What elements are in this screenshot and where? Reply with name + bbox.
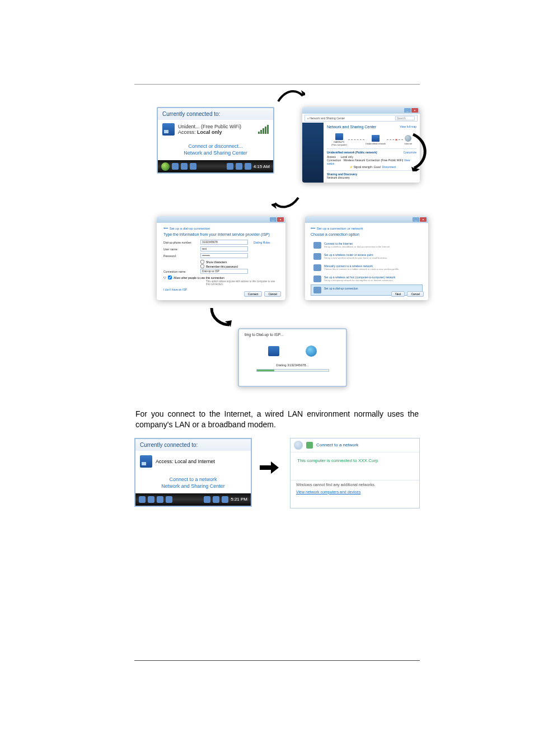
tray-icon[interactable]: [213, 496, 219, 503]
option-connect-internet[interactable]: Connect to the InternetSet up a wireless…: [311, 240, 423, 251]
wizard-back-title: ⟵ Set up a dial-up connection: [163, 226, 279, 230]
arrow-right: [259, 460, 279, 475]
link-network-sharing-center[interactable]: Network and Sharing Center: [162, 150, 269, 156]
phone-icon: [313, 287, 321, 293]
taskbar: 5:21 PM: [135, 493, 251, 506]
dialing-status: Dialing 3132345678...: [239, 363, 346, 367]
wizard-heading: Choose a connection option: [311, 232, 423, 236]
taskbar-icon[interactable]: [157, 496, 163, 503]
link-dialing-rules[interactable]: Dialing Rules: [254, 241, 270, 244]
link-view-devices[interactable]: View network computers and devices: [291, 489, 419, 495]
window-title: Connect to a network: [316, 442, 359, 447]
connection-name-input[interactable]: Dial-up to ISP: [200, 269, 248, 274]
link-connect-network[interactable]: Connect to a network: [139, 477, 247, 482]
popup-currently-connected-2: Currently connected to: Access: Local an…: [134, 438, 252, 507]
dialog-title: ting to Dial-up to ISP...: [239, 329, 346, 343]
window-controls: _ ×: [404, 108, 418, 113]
password-input[interactable]: ••••••••: [200, 253, 248, 258]
wizard-heading: Type the information from your Internet …: [163, 232, 279, 236]
wireless-icon: [313, 264, 321, 271]
close-button[interactable]: ×: [411, 108, 418, 113]
no-networks-note: Windows cannot find any additional netwo…: [291, 480, 419, 489]
close-button[interactable]: ×: [420, 217, 427, 222]
arrow-down-right: [207, 306, 235, 328]
link-connect-disconnect[interactable]: Connect or disconnect...: [162, 143, 269, 149]
username-input[interactable]: test: [200, 246, 248, 251]
back-button-icon[interactable]: [294, 441, 303, 450]
remember-password-checkbox[interactable]: [200, 264, 204, 268]
link-network-sharing-center[interactable]: Network and Sharing Center: [139, 483, 247, 489]
adhoc-icon: [313, 276, 321, 282]
taskbar-icon[interactable]: [166, 496, 172, 503]
option-adhoc[interactable]: Set up a wireless ad hoc (computer-to-co…: [311, 273, 423, 284]
taskbar-icon[interactable]: [172, 163, 179, 170]
figure-wired-lan: Currently connected to: Access: Local an…: [134, 437, 420, 510]
minimize-button[interactable]: _: [270, 217, 277, 222]
window-titlebar: [305, 216, 428, 223]
connected-message: This computer is connected to XXX.Corp: [291, 452, 419, 469]
tray-icon[interactable]: [227, 163, 233, 170]
taskbar-icon[interactable]: [190, 163, 196, 170]
cancel-button[interactable]: Cancel: [264, 291, 281, 297]
link-disconnect[interactable]: Disconnect: [382, 165, 396, 169]
popup-heading: Currently connected to:: [158, 108, 273, 120]
taskbar-icon[interactable]: [148, 496, 154, 503]
body-paragraph: For you connect to the Internet, a wired…: [134, 409, 420, 430]
taskbar: 4:15 AM: [158, 160, 273, 172]
tray-icon[interactable]: [204, 496, 210, 503]
address-bar[interactable]: « Network and Sharing Center Search: [305, 115, 418, 122]
window-titlebar: [302, 107, 420, 114]
taskbar-clock: 5:21 PM: [231, 497, 247, 502]
window-choose-connection-option: _× ⟵ Set up a connection or network Choo…: [305, 216, 428, 300]
x-mark-icon: ×: [395, 138, 397, 142]
window-connect-to-network: Connect to a network This computer is co…: [290, 438, 420, 508]
page-footer-rule: [134, 660, 420, 661]
window-titlebar: [157, 216, 285, 223]
router-icon: [313, 253, 321, 260]
taskbar-clock: 4:15 AM: [254, 164, 270, 169]
computer-icon: [268, 346, 279, 356]
window-network-sharing-center: _ × « Network and Sharing Center Search …: [302, 107, 420, 183]
option-manual-wireless[interactable]: Manually connect to a wireless networkCh…: [311, 262, 423, 273]
cancel-button[interactable]: Cancel: [407, 291, 424, 297]
popup-currently-connected: Currently connected to: Unident... (Free…: [157, 107, 274, 174]
signal-bars-icon: [258, 125, 269, 134]
tray-icon[interactable]: [236, 163, 242, 170]
network-icon: [140, 455, 152, 468]
arrow-down-curve: [410, 132, 430, 171]
show-chars-checkbox[interactable]: [200, 260, 204, 264]
popup-heading: Currently connected to:: [135, 439, 251, 451]
minimize-button[interactable]: _: [413, 217, 419, 222]
option-setup-router[interactable]: Set up a wireless router or access point…: [311, 251, 423, 262]
network-name: Unident... (Free Public WiFi): [178, 124, 241, 129]
start-orb-icon[interactable]: [161, 162, 170, 171]
tray-icon[interactable]: [245, 163, 251, 170]
next-button[interactable]: Next: [391, 291, 405, 297]
connect-button[interactable]: Connect: [244, 291, 263, 297]
sidebar: [302, 123, 324, 183]
network-icon: [372, 135, 380, 142]
dialog-dialing: ting to Dial-up to ISP... Dialing 313234…: [238, 328, 347, 387]
search-input[interactable]: Search: [395, 116, 415, 120]
taskbar-icon[interactable]: [139, 496, 146, 503]
minimize-button[interactable]: _: [404, 108, 411, 113]
wizard-back-title: ⟵ Set up a connection or network: [311, 226, 423, 230]
arrow-right-curve: [277, 88, 305, 105]
network-icon: [306, 442, 313, 449]
access-line: Access: Local and Internet: [156, 459, 215, 464]
globe-icon: [313, 242, 321, 249]
arrow-left-curve: [271, 194, 299, 211]
network-icon: [162, 123, 175, 136]
phone-input[interactable]: 3132345678: [200, 240, 248, 245]
network-map: DARIN-PC(This computer) Unidentified net…: [327, 131, 416, 148]
figure-network-setup-flow: Currently connected to: Unident... (Free…: [134, 84, 420, 398]
shield-icon: 🛡: [163, 276, 166, 279]
globe-icon: [306, 346, 317, 357]
progress-bar: [256, 369, 329, 372]
window-dialup-setup: _× ⟵ Set up a dial-up connection Type th…: [157, 216, 285, 300]
close-button[interactable]: ×: [277, 217, 284, 222]
allow-others-checkbox[interactable]: [168, 276, 172, 279]
tray-icon[interactable]: [222, 496, 228, 503]
taskbar-icon[interactable]: [181, 163, 188, 170]
link-view-full-map[interactable]: View full map: [400, 125, 416, 128]
